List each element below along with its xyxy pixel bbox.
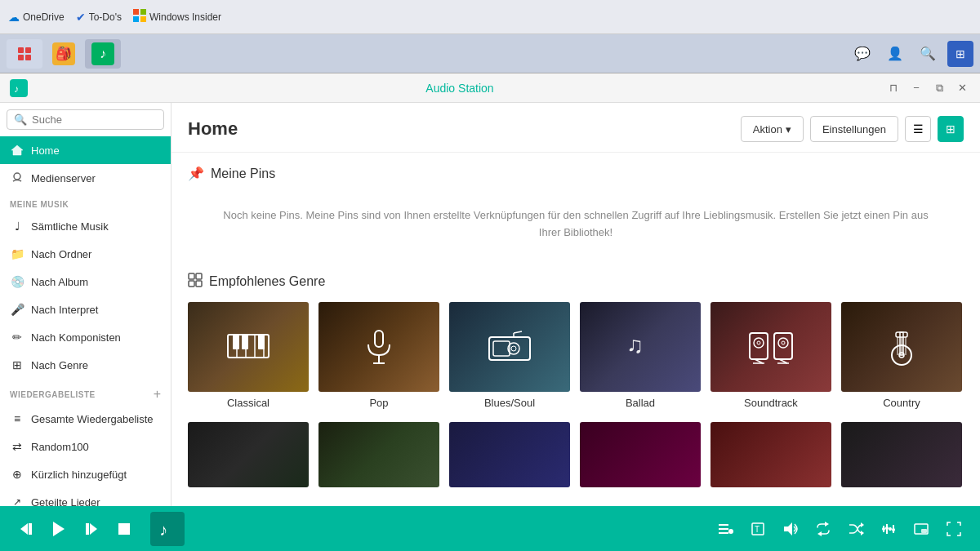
genre-grid-icon xyxy=(188,273,203,291)
svg-marker-63 xyxy=(784,522,792,535)
genre-label-country: Country xyxy=(841,397,962,409)
genre-card-electronic[interactable] xyxy=(449,422,570,487)
action-button[interactable]: Aktion ▾ xyxy=(741,116,804,142)
lyrics-btn[interactable]: T xyxy=(745,516,771,542)
svg-rect-1 xyxy=(140,9,146,15)
play-btn[interactable] xyxy=(46,516,72,542)
by-genre-label: Nach Genre xyxy=(31,359,88,371)
genre-label-ballad: Ballad xyxy=(580,397,701,409)
folder-icon: 📁 xyxy=(10,247,24,261)
player-bar: ♪ T xyxy=(0,506,980,551)
next-btn[interactable] xyxy=(78,516,105,542)
repeat-btn[interactable] xyxy=(810,516,836,542)
pins-section-header: 📌 Meine Pins xyxy=(188,166,964,181)
player-album-art: ♪ xyxy=(150,512,185,546)
sidebar-item-shared-songs[interactable]: ↗ Geteilte Lieder xyxy=(0,488,171,506)
volume-btn[interactable] xyxy=(777,516,804,542)
by-album-label: Nach Album xyxy=(31,276,88,288)
tab-3[interactable]: ♪ xyxy=(85,39,121,69)
genre-card-mixed[interactable] xyxy=(841,422,962,487)
svg-marker-67 xyxy=(861,522,864,527)
sidebar-item-home[interactable]: Home xyxy=(0,136,171,164)
content-body: 📌 Meine Pins Noch keine Pins. Meine Pins… xyxy=(172,153,980,500)
fullscreen-btn[interactable] xyxy=(941,516,967,542)
chat-icon[interactable]: 💬 xyxy=(849,41,875,67)
pin-window-btn[interactable]: ⊓ xyxy=(885,80,902,96)
genre-card-rock[interactable] xyxy=(188,422,309,487)
svg-marker-66 xyxy=(861,531,864,535)
home-icon xyxy=(10,143,24,158)
restore-btn[interactable]: ⧉ xyxy=(931,80,947,96)
bookmarks: ☁ OneDrive ✔ To-Do's Windows Insider xyxy=(8,9,221,24)
sidebar-item-all-playlists[interactable]: ≡ Gesamte Wiedergabeliste xyxy=(0,405,171,433)
onedrive-icon: ☁ xyxy=(8,11,20,24)
svg-point-74 xyxy=(889,527,892,531)
sidebar-item-by-genre[interactable]: ⊞ Nach Genre xyxy=(0,351,171,379)
search-tab-icon[interactable]: 🔍 xyxy=(915,41,941,67)
close-btn[interactable]: ✕ xyxy=(954,80,970,96)
tab-2[interactable]: 🎒 xyxy=(46,39,82,69)
app-window: ♪ Audio Station ⊓ − ⧉ ✕ 🔍 Home xyxy=(0,73,980,506)
sidebar-item-home-label: Home xyxy=(31,144,60,157)
app-logo: ♪ xyxy=(10,79,28,97)
genre-card-country[interactable]: Country xyxy=(841,302,962,409)
svg-rect-7 xyxy=(25,55,31,60)
prev-btn[interactable] xyxy=(13,516,39,542)
genre-thumb-rnb xyxy=(710,422,831,487)
sidebar-item-by-folder[interactable]: 📁 Nach Ordner xyxy=(0,240,171,268)
genre-card-hiphop[interactable] xyxy=(580,422,701,487)
add-playlist-btn[interactable]: + xyxy=(154,387,161,402)
genre-icon: ⊞ xyxy=(10,358,24,372)
svg-rect-54 xyxy=(86,523,89,535)
genre-card-soundtrack[interactable]: Soundtrack xyxy=(710,302,831,409)
tab-1[interactable] xyxy=(7,39,42,69)
todos-bookmark[interactable]: ✔ To-Do's xyxy=(76,11,122,24)
svg-rect-20 xyxy=(233,335,239,349)
svg-rect-36 xyxy=(774,333,792,359)
pins-title: Meine Pins xyxy=(211,167,275,181)
all-playlists-label: Gesamte Wiedergabeliste xyxy=(31,413,154,425)
sidebar-item-by-album[interactable]: 💿 Nach Album xyxy=(0,268,171,295)
windows-insider-bookmark[interactable]: Windows Insider xyxy=(133,9,221,24)
sidebar-item-by-artist[interactable]: 🎤 Nach Interpret xyxy=(0,295,171,323)
genre-thumb-jazz xyxy=(318,422,439,487)
genre-thumb-rock xyxy=(188,422,309,487)
svg-point-73 xyxy=(885,527,889,530)
sidebar-item-by-composer[interactable]: ✏ Nach Komponisten xyxy=(0,323,171,351)
genre-card-blues[interactable]: Blues/Soul xyxy=(449,302,570,409)
grid-view-btn[interactable]: ⊞ xyxy=(938,116,964,142)
genre-card-classical[interactable]: Classical xyxy=(188,302,309,409)
shuffle-btn[interactable] xyxy=(843,516,869,542)
genre-card-ballad[interactable]: ♫ Ballad xyxy=(580,302,701,409)
all-music-label: Sämtliche Musik xyxy=(31,220,109,233)
search-box[interactable]: 🔍 xyxy=(7,109,164,130)
stop-btn[interactable] xyxy=(111,516,137,542)
sidebar-item-recently-added[interactable]: ⊕ Kürzlich hinzugefügt xyxy=(0,460,171,488)
settings-button[interactable]: Einstellungen xyxy=(810,116,898,142)
grid-view-icon[interactable]: ⊞ xyxy=(947,41,973,67)
svg-rect-12 xyxy=(196,273,202,279)
svg-rect-0 xyxy=(133,9,139,15)
shared-icon: ↗ xyxy=(10,495,24,506)
tab1-icon xyxy=(16,45,33,63)
svg-rect-11 xyxy=(189,273,194,279)
sidebar-item-all-music[interactable]: ♩ Sämtliche Musik xyxy=(0,212,171,240)
svg-rect-22 xyxy=(258,335,265,349)
genre-card-pop[interactable]: Pop xyxy=(318,302,439,409)
minimize-btn[interactable]: − xyxy=(908,80,924,96)
onedrive-bookmark[interactable]: ☁ OneDrive xyxy=(8,11,65,24)
sidebar-item-media-server[interactable]: Medienserver xyxy=(0,164,171,192)
windows-insider-label: Windows Insider xyxy=(149,11,221,23)
artist-icon: 🎤 xyxy=(10,302,24,317)
genre-title: Empfohlenes Genre xyxy=(209,274,325,289)
equalizer-btn[interactable] xyxy=(875,516,902,542)
genre-card-jazz[interactable] xyxy=(318,422,439,487)
search-input[interactable] xyxy=(32,113,157,126)
miniplayer-btn[interactable] xyxy=(908,516,934,542)
genre-section-header: Empfohlenes Genre xyxy=(188,273,964,291)
user-icon[interactable]: 👤 xyxy=(882,41,908,67)
genre-card-rnb[interactable] xyxy=(710,422,831,487)
queue-btn[interactable] xyxy=(712,516,738,542)
sidebar-item-random100[interactable]: ⇄ Random100 xyxy=(0,433,171,460)
list-view-btn[interactable]: ☰ xyxy=(905,116,931,142)
